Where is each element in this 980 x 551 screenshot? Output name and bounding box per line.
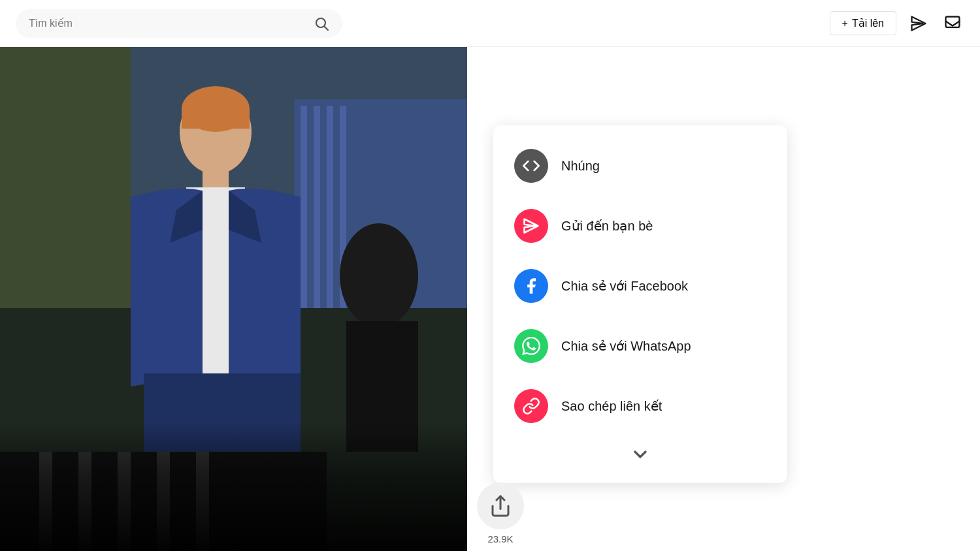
upload-plus-icon: + xyxy=(842,18,848,29)
svg-rect-14 xyxy=(182,109,250,129)
share-dropdown-menu: Nhúng Gửi đến bạn bè Chia sẻ với F xyxy=(493,125,787,483)
video-thumbnail xyxy=(0,47,467,551)
share-button[interactable] xyxy=(477,482,524,529)
share-whatsapp-item[interactable]: Chia sẻ với WhatsApp xyxy=(493,316,787,376)
facebook-icon xyxy=(514,269,548,303)
svg-marker-2 xyxy=(912,16,926,30)
svg-rect-18 xyxy=(203,191,229,373)
svg-line-1 xyxy=(325,26,329,30)
show-more-button[interactable] xyxy=(493,436,787,473)
video-panel xyxy=(0,47,467,551)
facebook-label: Chia sẻ với Facebook xyxy=(561,278,688,294)
video-overlay xyxy=(0,420,467,551)
svg-marker-31 xyxy=(525,219,538,233)
embed-icon xyxy=(514,149,548,183)
send-friends-label: Gửi đến bạn bè xyxy=(561,218,653,234)
share-embed-item[interactable]: Nhúng xyxy=(493,136,787,196)
send-friends-icon xyxy=(514,209,548,243)
share-panel: Nhúng Gửi đến bạn bè Chia sẻ với F xyxy=(467,47,980,551)
whatsapp-label: Chia sẻ với WhatsApp xyxy=(561,338,691,354)
inbox-icon[interactable] xyxy=(941,12,964,35)
share-action-area: 23.9K xyxy=(477,482,524,544)
upload-button[interactable]: + Tải lên xyxy=(830,11,896,35)
svg-rect-30 xyxy=(0,47,131,308)
copy-link-icon xyxy=(514,389,548,423)
send-icon[interactable] xyxy=(907,12,930,35)
share-facebook-item[interactable]: Chia sẻ với Facebook xyxy=(493,256,787,316)
header: + Tải lên xyxy=(0,0,980,47)
search-input[interactable] xyxy=(29,18,307,29)
main-content: Nhúng Gửi đến bạn bè Chia sẻ với F xyxy=(0,47,980,551)
upload-label: Tải lên xyxy=(852,17,884,29)
search-icon[interactable] xyxy=(314,16,329,31)
embed-label: Nhúng xyxy=(561,159,600,174)
whatsapp-icon xyxy=(514,329,548,363)
share-copy-link-item[interactable]: Sao chép liên kết xyxy=(493,376,787,436)
search-container xyxy=(16,9,342,38)
svg-point-22 xyxy=(340,223,418,328)
header-right: + Tải lên xyxy=(830,11,964,35)
share-count: 23.9K xyxy=(487,533,513,544)
copy-link-label: Sao chép liên kết xyxy=(561,398,662,414)
share-send-item[interactable]: Gửi đến bạn bè xyxy=(493,196,787,256)
